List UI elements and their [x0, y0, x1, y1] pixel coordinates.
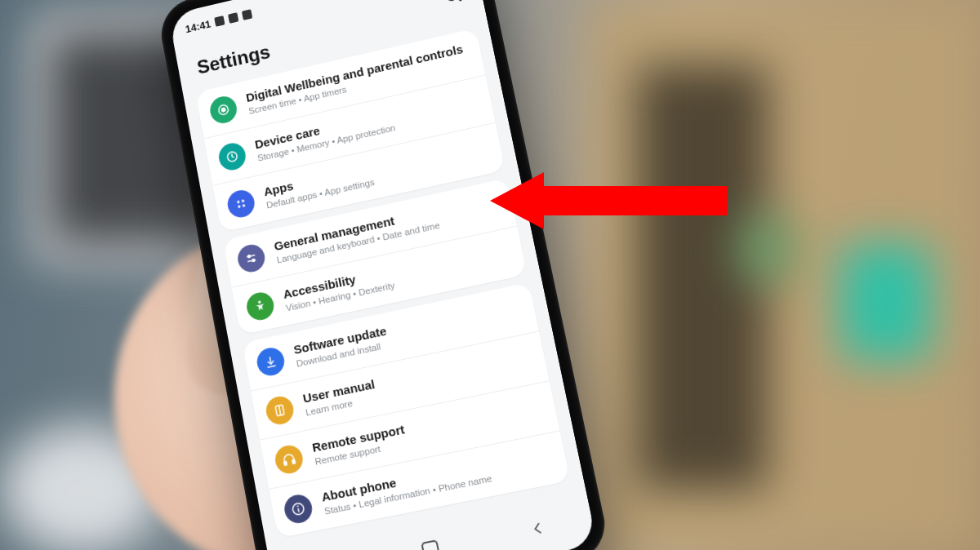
svg-point-13: [258, 300, 261, 304]
svg-rect-16: [284, 461, 287, 465]
svg-point-10: [247, 255, 250, 257]
headset-icon: [273, 443, 305, 476]
svg-point-7: [238, 205, 241, 208]
item-text: Remote supportRemote support: [311, 422, 408, 468]
phone-screen: 14:41 Settings Digital Wellbeing and par…: [168, 0, 597, 550]
svg-line-15: [279, 406, 281, 415]
bg-teal-box: [841, 245, 931, 359]
scene-photo: 14:41 Settings Digital Wellbeing and par…: [0, 0, 980, 550]
svg-point-0: [445, 0, 458, 2]
item-text: User manualLearn more: [301, 377, 378, 419]
svg-line-19: [298, 508, 299, 512]
status-icon-1: [214, 16, 225, 27]
svg-point-3: [221, 108, 225, 112]
svg-line-1: [457, 0, 461, 2]
device-care-icon: [216, 140, 247, 172]
nav-back[interactable]: [527, 517, 549, 539]
item-text: Software updateDownload and install: [292, 324, 390, 370]
nav-home[interactable]: [420, 539, 441, 550]
bg-plant: [735, 212, 800, 286]
info-icon: [283, 492, 315, 526]
item-text: AccessibilityVision • Hearing • Dexterit…: [282, 264, 395, 314]
phone: 14:41 Settings Digital Wellbeing and par…: [204, 0, 547, 550]
status-icon-2: [228, 12, 238, 24]
status-icon-3: [242, 9, 252, 20]
apps-icon: [225, 188, 256, 220]
svg-point-20: [297, 505, 299, 507]
wellbeing-icon: [208, 94, 239, 126]
status-time: 14:41: [185, 18, 212, 35]
sliders-icon: [235, 242, 267, 275]
svg-point-8: [243, 204, 246, 207]
